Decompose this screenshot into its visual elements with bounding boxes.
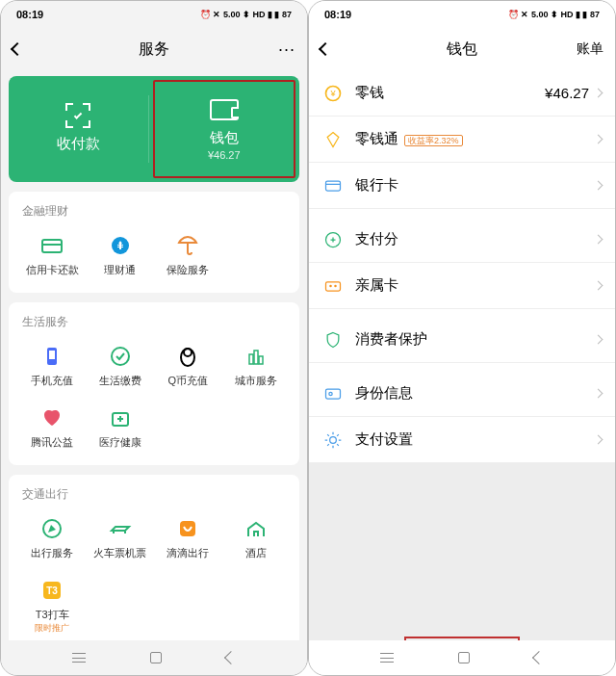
svg-rect-8 [249,354,253,364]
header-title: 服务 [51,39,257,60]
content: 收付款 钱包 ¥46.27 金融理财 信用卡还款 理财通 [1,70,307,640]
chevron-right-icon [594,181,603,191]
scan-icon [63,104,93,127]
city-icon [244,344,269,369]
svg-point-25 [329,392,332,395]
id-icon [322,383,344,404]
status-bar: 08:19 ⏰ ✕ 5.00 ⬍ HD ▮ ▮ 87 [309,1,615,28]
divider [148,95,149,163]
nav-bar [309,640,615,675]
hotel-icon [244,516,269,541]
grid-travel[interactable]: 出行服务 [18,510,87,566]
list-item-lqt[interactable]: 零钱通收益率2.32% [309,117,615,163]
section-title: 交通出行 [18,475,290,510]
svg-point-5 [112,348,129,365]
section-finance: 金融理财 信用卡还款 理财通 保险服务 [9,192,299,293]
wallet-label: 钱包 [210,129,239,147]
nav-back-icon[interactable] [532,651,546,664]
didi-icon [175,516,200,541]
svg-text:¥: ¥ [329,89,336,98]
penguin-icon [175,344,200,369]
compass-icon [39,516,64,541]
shield-icon [322,329,344,351]
back-button[interactable] [13,44,51,54]
check-icon [108,344,133,369]
wallet-icon [209,98,240,121]
phone-wallet: 08:19 ⏰ ✕ 5.00 ⬍ HD ▮ ▮ 87 钱包 账单 ¥ 零钱 ¥4… [308,0,616,676]
wallet-button[interactable]: 钱包 ¥46.27 [153,80,296,178]
more-button[interactable]: ··· [257,39,295,60]
nav-home-icon[interactable] [150,652,162,663]
grid-city-service[interactable]: 城市服务 [222,338,291,394]
chevron-right-icon [594,335,603,345]
svg-point-7 [184,349,192,356]
nav-home-icon[interactable] [458,652,470,663]
grid-charity[interactable]: 腾讯公益 [18,400,87,455]
grid-insurance[interactable]: 保险服务 [154,227,222,283]
svg-point-23 [334,284,337,287]
phone-services: 08:19 ⏰ ✕ 5.00 ⬍ HD ▮ ▮ 87 服务 ··· 收付款 钱包… [0,0,308,676]
chevron-right-icon [594,389,603,399]
grid-hotel[interactable]: 酒店 [222,510,291,566]
score-icon [322,229,344,250]
svg-rect-4 [49,351,55,359]
list-item-settings[interactable]: 支付设置 [309,417,615,463]
dots-icon: ··· [278,39,295,60]
status-indicators: ⏰ ✕ 5.00 ⬍ HD ▮ ▮ 87 [200,10,292,19]
grid-bill-pay[interactable]: 生活缴费 [87,338,155,394]
nav-menu-icon[interactable] [72,653,86,663]
status-time: 08:19 [16,9,43,20]
svg-rect-24 [326,389,341,399]
chevron-right-icon [594,135,603,144]
list-item-consumer[interactable]: 消费者保护 [309,317,615,363]
svg-rect-0 [42,240,62,252]
t3-icon: T3 [39,578,64,603]
grid-didi[interactable]: 滴滴出行 [154,510,222,566]
money-icon [108,233,133,258]
svg-point-22 [329,284,332,287]
green-card: 收付款 钱包 ¥46.27 [9,76,299,182]
content: ¥ 零钱 ¥46.27 零钱通收益率2.32% 银行卡 支付分 [309,70,615,640]
nav-bar [1,640,307,675]
nav-back-icon[interactable] [224,651,238,664]
grid-credit-card[interactable]: 信用卡还款 [18,227,87,283]
bills-button[interactable]: 账单 [565,40,603,58]
svg-rect-13 [180,521,195,536]
section-transport: 交通出行 出行服务 火车票机票 滴滴出行 酒店 T3T3打车限时推广 [9,475,299,640]
grid-train-plane[interactable]: 火车票机票 [87,510,155,566]
bankcard-icon [322,175,344,196]
svg-text:T3: T3 [46,585,58,596]
diamond-icon [322,129,344,150]
grid-phone-recharge[interactable]: 手机充值 [18,338,87,394]
card-icon [39,233,64,258]
wallet-list: ¥ 零钱 ¥46.27 零钱通收益率2.32% 银行卡 支付分 [309,70,615,463]
grid-qcoin[interactable]: Q币充值 [154,338,222,394]
pay-label: 收付款 [57,135,100,153]
svg-rect-9 [254,351,258,364]
list-item-payscore[interactable]: 支付分 [309,217,615,263]
header: 服务 ··· [1,28,307,70]
chevron-right-icon [594,235,603,245]
status-indicators: ⏰ ✕ 5.00 ⬍ HD ▮ ▮ 87 [508,10,600,19]
balance-value: ¥46.27 [545,85,589,101]
umbrella-icon [175,233,200,258]
status-time: 08:19 [324,9,351,20]
header: 钱包 账单 [309,28,615,70]
grid-medical[interactable]: 医疗健康 [87,400,155,455]
section-title: 生活服务 [18,302,290,338]
chevron-left-icon [319,42,332,56]
svg-point-26 [330,436,337,443]
nav-menu-icon[interactable] [380,653,394,663]
family-icon [322,275,344,297]
list-item-identity[interactable]: 身份信息 [309,371,615,417]
list-item-bankcard[interactable]: 银行卡 [309,163,615,209]
pay-receive-button[interactable]: 收付款 [9,76,148,182]
phone-icon [39,344,64,369]
header-title: 钱包 [359,39,565,60]
list-item-change[interactable]: ¥ 零钱 ¥46.27 [309,70,615,117]
back-button[interactable] [321,44,359,54]
svg-rect-10 [259,356,263,364]
grid-t3[interactable]: T3T3打车限时推广 [18,572,87,640]
list-item-family[interactable]: 亲属卡 [309,263,615,309]
grid-licaitong[interactable]: 理财通 [87,227,155,283]
